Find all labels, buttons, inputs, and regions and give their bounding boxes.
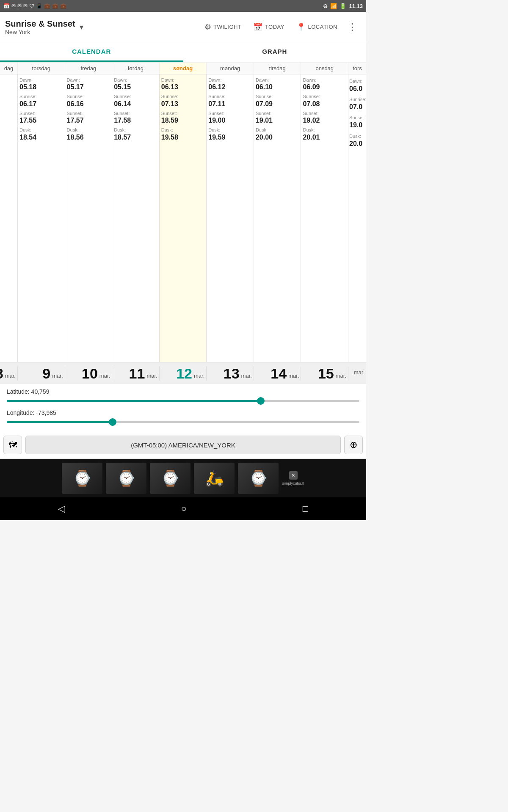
status-bar-left-icons: 📅 ✉ ✉ ✉ 🛡 📱 💼 💼 💼 (3, 3, 66, 9)
world-icon: 🗺 (8, 440, 17, 450)
timezone-bar: 🗺 (GMT-05:00) AMERICA/NEW_YORK ⊕ (0, 432, 366, 458)
day-col-onsdag: Dawn: 06.09 Sunrise: 07.08 Sunset: 19.02… (301, 74, 348, 362)
day-col-mandag: Dawn: 06.12 Sunrise: 07.11 Sunset: 19.00… (207, 74, 254, 362)
day-header-tirsdag: tirsdag (254, 63, 301, 74)
app-subtitle: New York (5, 29, 75, 36)
briefcase-icon2: 💼 (52, 3, 58, 9)
day-col-torsdag: Dawn: 05.18 Sunrise: 06.17 Sunset: 17.55… (18, 74, 65, 362)
back-button[interactable]: ◁ (50, 500, 74, 518)
day-col-dag-partial (0, 74, 18, 362)
days-header-row: dag torsdag fredag lørdag søndag mandag … (0, 63, 366, 74)
minus-icon: ⊖ (323, 3, 328, 9)
latitude-slider-fill (7, 400, 261, 402)
status-time: 11.13 (349, 3, 363, 9)
day-col-tirsdag: Dawn: 06.10 Sunrise: 07.09 Sunset: 19.01… (254, 74, 301, 362)
phone-icon: 📱 (36, 3, 42, 9)
today-label: TODAY (265, 24, 284, 30)
date-cell-14: 14 mar. (254, 366, 301, 381)
app-header: Sunrise & Sunset New York ▾ ⚙ TWILIGHT 📅… (0, 12, 366, 42)
gmail-icon1: ✉ (11, 3, 16, 9)
longitude-slider-track (7, 421, 359, 423)
day-col-tors2-partial: Dawn: 06.0 Sunrise: 07.0 Sunset: 19.0 Du… (348, 74, 366, 362)
location-area: Latitude: 40,759 Longitude: -73,985 (0, 384, 366, 432)
calendar-area: dag torsdag fredag lørdag søndag mandag … (0, 63, 366, 384)
day-header-torsdag: torsdag (18, 63, 65, 74)
briefcase-icon3: 💼 (60, 3, 66, 9)
longitude-slider-fill (7, 421, 113, 423)
day-col-lordag: Dawn: 05.15 Sunrise: 06.14 Sunset: 17.58… (112, 74, 160, 362)
status-bar: 📅 ✉ ✉ ✉ 🛡 📱 💼 💼 💼 ⊖ 📶 🔋 11.13 (0, 0, 366, 12)
tab-bar: CALENDAR GRAPH (0, 42, 366, 63)
dropdown-icon[interactable]: ▾ (80, 22, 83, 32)
calendar-icon: 📅 (3, 3, 10, 9)
locate-button[interactable]: ⊕ (344, 436, 363, 454)
date-row: 8 mar. 9 mar. 10 mar. 11 mar. 12 mar. 13… (0, 362, 366, 384)
tab-graph[interactable]: GRAPH (183, 42, 367, 62)
day-header-mandag: mandag (207, 63, 254, 74)
ad-item-2[interactable]: ⌚ (106, 463, 146, 494)
location-icon: 📍 (296, 22, 306, 32)
ad-item-4[interactable]: 🛵 (194, 463, 235, 494)
date-cell-tors2: mar. (348, 369, 366, 377)
day-header-onsdag: onsdag (301, 63, 348, 74)
header-title-block: Sunrise & Sunset New York (5, 19, 75, 36)
locate-icon: ⊕ (350, 439, 357, 450)
day-header-tors2: tors (348, 63, 366, 74)
day-header-fredag: fredag (65, 63, 113, 74)
twilight-label: TWILIGHT (213, 24, 241, 30)
longitude-slider-wrap[interactable] (7, 418, 359, 426)
more-button[interactable]: ⋮ (343, 19, 361, 35)
latitude-label: Latitude: 40,759 (7, 388, 359, 395)
twilight-icon: ⚙ (204, 22, 212, 32)
location-label: LOCATION (308, 24, 338, 30)
day-header-dag: dag (0, 63, 18, 74)
date-cell-10: 10 mar. (65, 366, 113, 381)
shield-icon: 🛡 (29, 3, 34, 9)
battery-icon: 🔋 (340, 3, 346, 9)
calendar-grid: Dawn: 05.18 Sunrise: 06.17 Sunset: 17.55… (0, 74, 366, 362)
latitude-slider-thumb[interactable] (257, 397, 265, 405)
date-cell-13: 13 mar. (207, 366, 254, 381)
date-cell-11: 11 mar. (112, 366, 160, 381)
ad-close-area: ✕ simplycuba.lt (282, 471, 304, 486)
ad-banner: ⌚ ⌚ ⌚ 🛵 ⌚ ✕ simplycuba.lt (0, 459, 366, 497)
twilight-button[interactable]: ⚙ TWILIGHT (199, 20, 248, 34)
ad-source: simplycuba.lt (282, 481, 304, 486)
timezone-label: (GMT-05:00) AMERICA/NEW_YORK (131, 442, 235, 449)
date-cell-8: 8 mar. (0, 366, 18, 381)
day-header-lordag: lørdag (112, 63, 160, 74)
gmail-icon2: ✉ (17, 3, 22, 9)
date-cell-9: 9 mar. (18, 366, 65, 381)
briefcase-icon1: 💼 (44, 3, 50, 9)
location-button[interactable]: 📍 LOCATION (290, 20, 343, 34)
wifi-icon: 📶 (330, 3, 337, 9)
app-title: Sunrise & Sunset (5, 19, 75, 29)
ad-item-5[interactable]: ⌚ (238, 463, 279, 494)
date-cell-15: 15 mar. (301, 366, 348, 381)
day-header-sondag: søndag (160, 63, 207, 74)
today-button[interactable]: 📅 TODAY (247, 20, 290, 34)
recents-button[interactable]: □ (294, 500, 317, 518)
gmail-icon3: ✉ (23, 3, 28, 9)
home-button[interactable]: ○ (173, 500, 195, 518)
longitude-label: Longitude: -73,985 (7, 409, 359, 416)
world-map-button[interactable]: 🗺 (3, 436, 22, 454)
date-cell-12-today: 12 mar. (160, 366, 207, 381)
tab-calendar[interactable]: CALENDAR (0, 42, 183, 62)
status-bar-right: ⊖ 📶 🔋 11.13 (323, 3, 363, 9)
header-nav: ⚙ TWILIGHT 📅 TODAY 📍 LOCATION ⋮ (199, 19, 361, 35)
nav-bar: ◁ ○ □ (0, 497, 366, 520)
today-icon: 📅 (253, 22, 263, 32)
latitude-slider-wrap[interactable] (7, 397, 359, 405)
longitude-slider-thumb[interactable] (109, 418, 116, 426)
ad-item-1[interactable]: ⌚ (62, 463, 102, 494)
day-col-fredag: Dawn: 05.17 Sunrise: 06.16 Sunset: 17.57… (65, 74, 113, 362)
ad-item-3[interactable]: ⌚ (150, 463, 190, 494)
timezone-label-box[interactable]: (GMT-05:00) AMERICA/NEW_YORK (25, 436, 341, 454)
day-col-sondag: Dawn: 06.13 Sunrise: 07.13 Sunset: 18.59… (160, 74, 207, 362)
latitude-slider-track (7, 400, 359, 402)
ad-close-button[interactable]: ✕ (289, 471, 298, 480)
